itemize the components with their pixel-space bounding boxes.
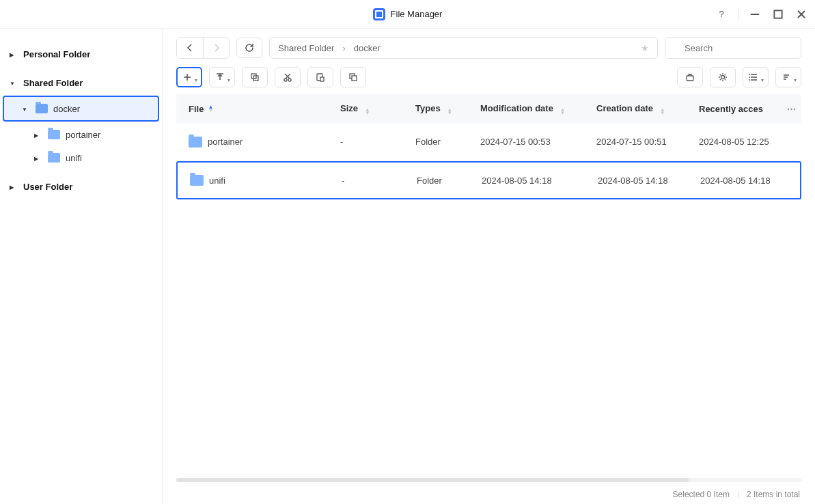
- new-button[interactable]: ▼: [176, 67, 202, 87]
- horizontal-scrollbar[interactable]: [176, 478, 801, 482]
- cell-type: Folder: [417, 176, 482, 186]
- app-icon: [373, 8, 385, 20]
- nav-group: [176, 37, 230, 59]
- copy-button[interactable]: [242, 67, 268, 87]
- search-input[interactable]: [685, 43, 799, 53]
- file-name: portainer: [208, 137, 243, 147]
- breadcrumb-segment[interactable]: docker: [354, 43, 381, 53]
- chevron-down-icon: ▼: [227, 78, 232, 83]
- refresh-button[interactable]: [236, 38, 262, 58]
- search-box[interactable]: [665, 37, 801, 59]
- sidebar-item-label: Shared Folder: [23, 78, 83, 88]
- forward-button[interactable]: [203, 38, 229, 58]
- svg-rect-20: [687, 76, 693, 81]
- column-header-creation[interactable]: Creation date ▲▼: [596, 103, 699, 115]
- scrollbar-thumb[interactable]: [176, 478, 689, 482]
- sort-icon: ▲▼: [560, 108, 566, 115]
- svg-point-13: [288, 79, 291, 81]
- chevron-right-icon: [10, 51, 16, 58]
- column-header-file[interactable]: File ▲▼: [176, 104, 340, 114]
- sort-button[interactable]: ▼: [775, 67, 801, 87]
- cut-button[interactable]: [275, 67, 301, 87]
- folder-icon: [189, 137, 202, 148]
- cell-size: -: [340, 137, 415, 147]
- column-header-more[interactable]: ⋯: [781, 104, 801, 114]
- toolbar-action-row: ▼ ▼: [163, 63, 815, 94]
- sort-icon: ▲▼: [365, 108, 370, 115]
- svg-point-25: [749, 74, 750, 75]
- cell-mod: 2024-08-05 14:18: [482, 176, 598, 186]
- star-icon[interactable]: ★: [641, 43, 649, 53]
- table-row[interactable]: portainer - Folder 2024-07-15 00:53 2024…: [176, 123, 801, 161]
- svg-point-12: [284, 79, 287, 81]
- paste-button[interactable]: [307, 67, 333, 87]
- sidebar-item-label: Personal Folder: [23, 49, 90, 59]
- svg-rect-1: [774, 10, 782, 18]
- help-button[interactable]: ?: [715, 8, 728, 21]
- toolbox-button[interactable]: [677, 67, 703, 87]
- app-title: File Manager: [391, 9, 443, 19]
- sidebar-item-portainer[interactable]: portainer: [0, 123, 162, 146]
- column-header-modification[interactable]: Modification date ▲▼: [480, 103, 596, 115]
- svg-line-14: [285, 74, 290, 79]
- sort-icon: ▲▼: [208, 105, 213, 112]
- chevron-right-icon: [34, 131, 41, 139]
- chevron-down-icon: ▼: [194, 78, 199, 83]
- sort-icon: ▲▼: [660, 108, 665, 115]
- sidebar-item-docker[interactable]: docker: [3, 96, 159, 122]
- titlebar-divider: [738, 9, 738, 20]
- cell-create: 2024-08-05 14:18: [598, 176, 700, 186]
- file-name: unifi: [209, 176, 225, 186]
- open-window-button[interactable]: [340, 67, 366, 87]
- sort-icon: ▲▼: [447, 108, 452, 115]
- cell-create: 2024-07-15 00:51: [596, 137, 699, 147]
- svg-rect-19: [352, 76, 357, 81]
- maximize-button[interactable]: [771, 8, 785, 21]
- column-header-access[interactable]: Recently acces: [699, 104, 781, 114]
- chevron-down-icon: ▼: [793, 78, 798, 83]
- titlebar-center: File Manager: [373, 8, 443, 20]
- column-header-size[interactable]: Size ▲▼: [340, 103, 415, 115]
- cell-file: unifi: [178, 175, 342, 186]
- cell-access: 2024-08-05 14:18: [700, 176, 782, 186]
- svg-point-27: [749, 79, 750, 81]
- chevron-right-icon: [341, 43, 346, 53]
- toolbar-nav-row: Shared Folder docker ★: [163, 29, 815, 63]
- file-table: File ▲▼ Size ▲▼ Types ▲▼ Modification da…: [163, 94, 815, 477]
- cell-file: portainer: [176, 137, 340, 148]
- breadcrumb[interactable]: Shared Folder docker ★: [269, 37, 658, 59]
- column-header-type[interactable]: Types ▲▼: [415, 103, 480, 115]
- sidebar-item-label: docker: [53, 104, 80, 114]
- sidebar: Personal Folder Shared Folder docker por…: [0, 29, 163, 504]
- svg-point-21: [721, 76, 725, 79]
- chevron-right-icon: [34, 154, 41, 162]
- folder-icon: [48, 153, 60, 163]
- close-button[interactable]: [795, 8, 808, 21]
- table-row[interactable]: unifi - Folder 2024-08-05 14:18 2024-08-…: [176, 161, 801, 199]
- cell-access: 2024-08-05 12:25: [699, 137, 781, 147]
- cell-mod: 2024-07-15 00:53: [480, 137, 596, 147]
- minimize-button[interactable]: [748, 8, 762, 21]
- cell-type: Folder: [415, 137, 480, 147]
- table-header: File ▲▼ Size ▲▼ Types ▲▼ Modification da…: [176, 94, 801, 123]
- titlebar: File Manager ?: [0, 0, 815, 29]
- view-list-button[interactable]: ▼: [743, 67, 769, 87]
- statusbar: Selected 0 Item 2 Items in total: [163, 485, 815, 504]
- chevron-down-icon: ▼: [760, 78, 765, 83]
- folder-icon: [48, 130, 60, 139]
- breadcrumb-segment[interactable]: Shared Folder: [278, 43, 334, 53]
- svg-point-26: [749, 76, 750, 78]
- settings-button[interactable]: [710, 67, 736, 87]
- sidebar-item-shared-folder[interactable]: Shared Folder: [0, 71, 162, 94]
- back-button[interactable]: [177, 38, 203, 58]
- sidebar-item-unifi[interactable]: unifi: [0, 146, 162, 169]
- sidebar-item-label: portainer: [66, 130, 100, 140]
- status-total: 2 Items in total: [747, 490, 800, 499]
- upload-button[interactable]: ▼: [209, 67, 235, 87]
- folder-icon: [36, 104, 48, 113]
- cell-size: -: [342, 176, 417, 186]
- status-selected: Selected 0 Item: [673, 490, 730, 499]
- sidebar-item-label: User Folder: [23, 182, 72, 192]
- sidebar-item-personal-folder[interactable]: Personal Folder: [0, 42, 162, 66]
- sidebar-item-user-folder[interactable]: User Folder: [0, 175, 162, 198]
